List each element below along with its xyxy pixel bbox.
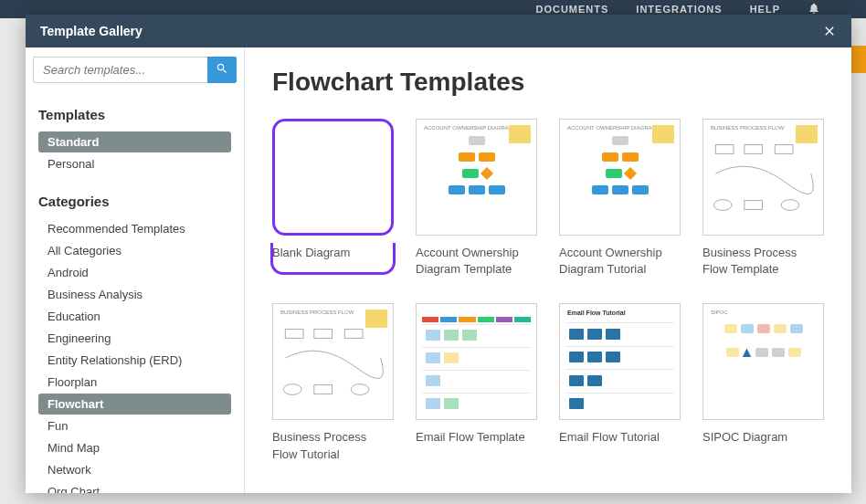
- nav-documents[interactable]: DOCUMENTS: [535, 4, 608, 15]
- category-item[interactable]: Android: [38, 262, 231, 283]
- svg-rect-10: [314, 385, 333, 394]
- template-card[interactable]: Email Flow Tutorial Email Flow Tutorial: [559, 303, 681, 462]
- svg-rect-2: [775, 145, 793, 154]
- modal-header: Template Gallery: [26, 15, 851, 47]
- category-item[interactable]: All Categories: [38, 240, 231, 261]
- template-thumbnail: [272, 119, 394, 236]
- category-item[interactable]: Recommended Templates: [38, 218, 231, 239]
- template-thumbnail: Email Flow Tutorial: [559, 303, 681, 420]
- svg-rect-7: [314, 330, 333, 339]
- svg-rect-1: [745, 145, 763, 154]
- category-item[interactable]: Mind Map: [38, 437, 231, 458]
- categories-heading: Categories: [38, 194, 231, 209]
- sidebar-tab-standard[interactable]: Standard: [38, 131, 231, 152]
- template-thumbnail: [416, 303, 537, 420]
- template-label: Account Ownership Diagram Template: [416, 245, 537, 278]
- template-thumbnail: BUSINESS PROCESS FLOW: [272, 303, 394, 420]
- svg-rect-0: [715, 145, 734, 154]
- template-label: SIPOC Diagram: [702, 429, 824, 446]
- svg-rect-4: [745, 201, 763, 210]
- close-icon[interactable]: [822, 24, 837, 38]
- content-area: Flowchart Templates Blank DiagramACCOUNT…: [245, 47, 851, 493]
- template-card[interactable]: BUSINESS PROCESS FLOW Business Process F…: [272, 303, 394, 462]
- nav-integrations[interactable]: INTEGRATIONS: [636, 4, 722, 15]
- svg-rect-6: [285, 330, 303, 339]
- template-card[interactable]: Blank Diagram: [272, 119, 394, 278]
- svg-point-5: [781, 200, 799, 211]
- category-item[interactable]: Engineering: [38, 328, 231, 349]
- template-gallery-modal: Template Gallery Templates StandardPerso…: [26, 15, 851, 493]
- svg-point-3: [713, 200, 732, 211]
- category-item[interactable]: Business Analysis: [38, 284, 231, 305]
- modal-title: Template Gallery: [40, 24, 143, 38]
- template-card[interactable]: SIPOC SIPOC Diagram: [702, 303, 824, 462]
- svg-rect-8: [344, 330, 363, 339]
- template-card[interactable]: BUSINESS PROCESS FLOW Business Process F…: [702, 119, 824, 278]
- template-grid: Blank DiagramACCOUNT OWNERSHIP DIAGRAM A…: [272, 119, 824, 463]
- template-card[interactable]: ACCOUNT OWNERSHIP DIAGRAM Account Owners…: [559, 119, 681, 278]
- template-card[interactable]: ACCOUNT OWNERSHIP DIAGRAM Account Owners…: [416, 119, 537, 278]
- orange-accent: [850, 46, 866, 73]
- template-label: Blank Diagram: [272, 245, 394, 261]
- category-item[interactable]: Org Chart: [38, 481, 231, 493]
- category-item[interactable]: Floorplan: [38, 372, 231, 393]
- category-item[interactable]: Fun: [38, 415, 231, 436]
- category-item[interactable]: Entity Relationship (ERD): [38, 350, 231, 371]
- template-label: Business Process Flow Template: [702, 245, 824, 278]
- template-thumbnail: BUSINESS PROCESS FLOW: [702, 119, 824, 236]
- template-label: Email Flow Tutorial: [559, 429, 681, 446]
- search-icon: [216, 62, 228, 78]
- page-title: Flowchart Templates: [272, 68, 824, 97]
- sidebar-tab-personal[interactable]: Personal: [38, 153, 231, 174]
- search-wrap: [26, 47, 244, 92]
- svg-point-9: [283, 384, 301, 395]
- template-thumbnail: SIPOC: [702, 303, 824, 420]
- nav-help[interactable]: HELP: [750, 4, 780, 15]
- template-card[interactable]: Email Flow Template: [416, 303, 537, 462]
- template-label: Email Flow Template: [416, 429, 537, 446]
- svg-point-11: [351, 384, 369, 395]
- sidebar-templates-section: Templates StandardPersonal: [26, 92, 244, 179]
- template-thumbnail: ACCOUNT OWNERSHIP DIAGRAM: [416, 119, 537, 236]
- template-label: Business Process Flow Tutorial: [272, 429, 394, 462]
- sidebar-categories-section: Categories Recommended TemplatesAll Cate…: [26, 179, 244, 493]
- template-label: Account Ownership Diagram Tutorial: [559, 245, 681, 278]
- category-item[interactable]: Flowchart: [38, 394, 231, 415]
- templates-heading: Templates: [38, 107, 231, 122]
- search-button[interactable]: [207, 57, 237, 83]
- category-item[interactable]: Education: [38, 306, 231, 327]
- search-input[interactable]: [33, 57, 207, 83]
- category-item[interactable]: Network: [38, 459, 231, 480]
- sidebar: Templates StandardPersonal Categories Re…: [26, 47, 245, 493]
- modal-body: Templates StandardPersonal Categories Re…: [26, 47, 851, 493]
- template-thumbnail: ACCOUNT OWNERSHIP DIAGRAM: [559, 119, 681, 236]
